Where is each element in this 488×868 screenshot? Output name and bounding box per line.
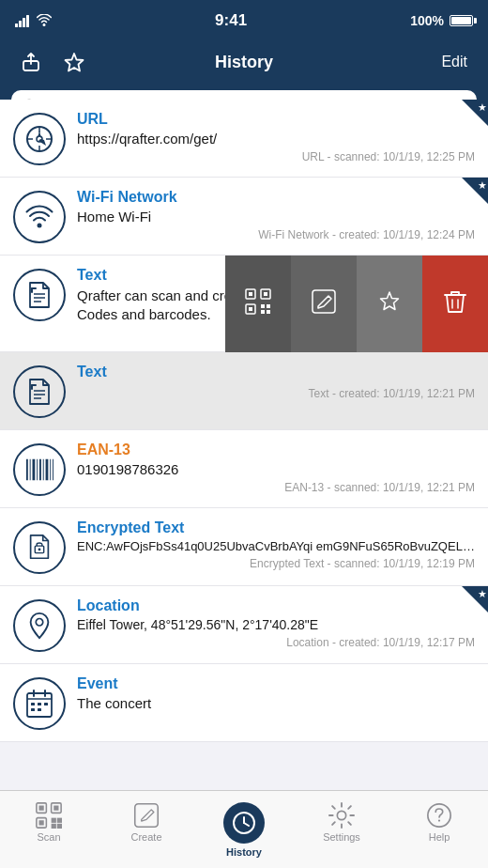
main-scroll[interactable]: URL https://qrafter.com/get/ URL - scann…	[0, 100, 488, 790]
list-item[interactable]: Wi-Fi Network Home Wi-Fi Wi-Fi Network -…	[0, 178, 488, 256]
svg-point-16	[38, 224, 42, 228]
svg-marker-14	[38, 131, 41, 138]
item-content: Event The concert	[77, 675, 475, 715]
swipe-fav-button[interactable]	[357, 256, 422, 352]
svg-point-77	[438, 819, 440, 821]
item-title: Text	[77, 364, 475, 380]
battery-percent: 100%	[410, 13, 444, 28]
tab-settings[interactable]: Settings	[293, 798, 390, 843]
svg-rect-43	[37, 459, 38, 481]
tab-help[interactable]: Help	[390, 798, 488, 843]
tab-settings-label: Settings	[323, 831, 360, 843]
item-icon-encrypted	[13, 521, 66, 574]
svg-point-75	[337, 811, 345, 819]
list-item[interactable]: Event The concert	[0, 664, 488, 742]
svg-rect-70	[57, 824, 62, 829]
list-item[interactable]: EAN-13 0190198786326 EAN-13 - scanned: 1…	[0, 430, 488, 508]
wifi-status-icon	[37, 14, 52, 27]
favorites-button[interactable]	[58, 46, 90, 78]
svg-point-51	[36, 619, 43, 627]
battery-icon	[450, 15, 473, 26]
swipe-actions	[225, 256, 488, 352]
svg-rect-59	[31, 708, 35, 711]
item-value: The concert	[77, 695, 475, 711]
svg-rect-44	[39, 459, 41, 481]
item-icon-event	[13, 677, 66, 730]
list-item[interactable]: Location Eiffel Tower, 48°51'29.56"N, 2°…	[0, 586, 488, 664]
text-doc-icon2	[25, 378, 53, 406]
list-item[interactable]: Encrypted Text ENC:AwFOjsFbSs41q0U25Ubva…	[0, 508, 488, 586]
tab-scan[interactable]: Scan	[0, 798, 98, 843]
item-value: 0190198786326	[77, 461, 475, 477]
item-icon-wifi	[13, 191, 66, 243]
status-right: 100%	[410, 13, 473, 28]
svg-rect-1	[19, 21, 22, 27]
edit-icon	[312, 289, 336, 314]
swipe-edit-button[interactable]	[291, 256, 357, 352]
tab-bar: Scan Create History Settings	[0, 790, 488, 868]
svg-rect-25	[264, 292, 267, 296]
svg-rect-45	[43, 459, 44, 481]
svg-rect-40	[26, 459, 28, 481]
item-title: Location	[77, 597, 475, 614]
item-icon-text2	[13, 365, 66, 418]
location-icon	[25, 612, 53, 640]
list-item[interactable]: Text Text - created: 10/1/19, 12:21 PM	[0, 352, 488, 430]
edit-button[interactable]: Edit	[435, 48, 473, 76]
star-nav-icon	[64, 52, 84, 72]
svg-rect-48	[53, 459, 53, 481]
item-value: ENC:AwFOjsFbSs41q0U25UbvaCvBrbAYqi emG9N…	[77, 539, 475, 553]
item-content: Wi-Fi Network Home Wi-Fi Wi-Fi Network -…	[77, 189, 475, 241]
svg-rect-2	[23, 18, 25, 27]
item-icon-ean	[13, 443, 66, 496]
tab-history-label: History	[226, 846, 262, 858]
star-swipe-icon	[377, 289, 402, 314]
svg-line-74	[244, 823, 249, 826]
svg-rect-0	[15, 23, 18, 27]
nav-bar: History Edit	[0, 41, 488, 83]
star-badge	[462, 100, 488, 126]
svg-rect-29	[267, 304, 270, 308]
item-content: EAN-13 0190198786326 EAN-13 - scanned: 1…	[77, 442, 475, 494]
svg-rect-69	[52, 824, 56, 829]
svg-rect-31	[267, 310, 270, 314]
share-button[interactable]	[15, 46, 47, 78]
svg-rect-23	[249, 292, 252, 296]
tab-create-label: Create	[130, 831, 161, 843]
nav-title: History	[215, 53, 273, 72]
tab-settings-icon	[328, 802, 355, 829]
tab-help-icon	[426, 802, 452, 829]
svg-rect-58	[44, 703, 48, 705]
svg-rect-47	[50, 459, 51, 481]
svg-rect-62	[39, 806, 44, 811]
scan-icon	[36, 800, 62, 830]
wifi-item-icon	[25, 203, 53, 231]
tab-create[interactable]: Create	[98, 798, 195, 843]
compass-icon	[25, 125, 53, 153]
create-icon	[133, 800, 160, 830]
signal-icon	[15, 14, 32, 27]
list-item[interactable]: URL https://qrafter.com/get/ URL - scann…	[0, 100, 488, 178]
item-title: URL	[77, 111, 475, 128]
item-value: https://qrafter.com/get/	[77, 131, 475, 147]
item-meta: Text - created: 10/1/19, 12:21 PM	[77, 387, 475, 400]
text-doc-icon	[25, 281, 53, 309]
swipe-scan-button[interactable]	[225, 256, 291, 352]
swipe-delete-button[interactable]	[422, 256, 488, 352]
svg-rect-60	[38, 708, 41, 711]
tab-history[interactable]: History	[195, 798, 293, 858]
svg-rect-41	[30, 459, 31, 481]
event-icon	[25, 690, 53, 718]
item-value: Eiffel Tower, 48°51'29.56"N, 2°17'40.28"…	[77, 617, 475, 632]
svg-rect-57	[38, 703, 41, 705]
svg-rect-42	[33, 459, 36, 481]
item-content: Encrypted Text ENC:AwFOjsFbSs41q0U25Ubva…	[77, 519, 475, 570]
tab-create-icon	[133, 802, 160, 829]
star-badge	[462, 178, 488, 204]
svg-rect-67	[52, 818, 56, 823]
item-content: Location Eiffel Tower, 48°51'29.56"N, 2°…	[77, 597, 475, 649]
tab-history-icon-bg	[223, 802, 265, 844]
trash-icon	[444, 289, 466, 314]
status-bar: 9:41 100%	[0, 0, 488, 41]
list-item-container: Text Qrafter can scan and create QR Code…	[0, 256, 488, 352]
